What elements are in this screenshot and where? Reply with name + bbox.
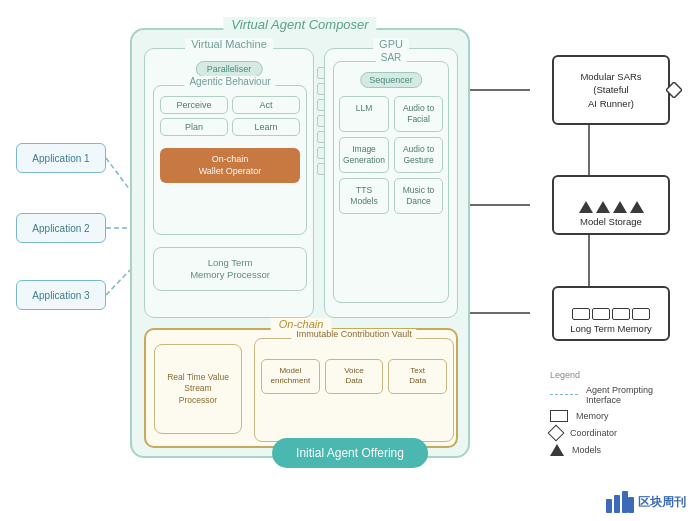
act-btn[interactable]: Act [232, 96, 300, 114]
watermark-text: 区块周刊 [638, 494, 686, 511]
ab-title: Agentic Behaviour [184, 76, 275, 87]
app-box-3: Application 3 [16, 280, 106, 310]
memory-block-1 [572, 308, 590, 320]
icv-text: TextData [388, 359, 447, 394]
modular-sars-text: Modular SARs (Stateful AI Runner) [580, 70, 641, 110]
legend-line-label: Agent PromptingInterface [586, 385, 653, 405]
memory-block-2 [592, 308, 610, 320]
legend-title: Legend [550, 370, 680, 380]
iao-button[interactable]: Initial Agent Offering [272, 438, 428, 468]
model-storage-box: Model Storage [552, 175, 670, 235]
sequencer-badge: Sequencer [360, 72, 422, 88]
icv-box: Immutable Contribution Vault Modelenrich… [254, 338, 454, 442]
app-box-2: Application 2 [16, 213, 106, 243]
sar-grid: LLM Audio toFacial ImageGeneration Audio… [339, 96, 443, 214]
svg-rect-11 [622, 491, 628, 513]
icv-grid: Modelenrichment VoiceData TextData [261, 359, 447, 394]
svg-line-2 [106, 270, 130, 295]
rtvsp-box: Real Time ValueStreamProcessor [154, 344, 242, 434]
legend-line-icon [550, 394, 578, 396]
triangle-2 [596, 201, 610, 213]
sar-title: SAR [376, 52, 407, 63]
learn-btn[interactable]: Learn [232, 118, 300, 136]
watermark-icon [606, 491, 634, 513]
memory-block-4 [632, 308, 650, 320]
svg-marker-8 [666, 82, 682, 98]
legend-item-line: Agent PromptingInterface [550, 385, 680, 405]
legend-rect-icon [550, 410, 568, 422]
diamond-icon [666, 82, 682, 98]
vac-title: Virtual Agent Composer [223, 17, 376, 32]
triangle-1 [579, 201, 593, 213]
legend-diamond-icon [548, 425, 565, 442]
legend-rect-label: Memory [576, 411, 609, 421]
app-label-2: Application 2 [32, 223, 89, 234]
perceive-btn[interactable]: Perceive [160, 96, 228, 114]
model-storage-text: Model Storage [580, 216, 642, 227]
wallet-text: On-chain Wallet Operator [164, 154, 296, 177]
vm-title: Virtual Machine [185, 38, 273, 50]
sar-item-image-gen: ImageGeneration [339, 137, 389, 173]
legend-diamond-label: Coordinator [570, 428, 617, 438]
app-label-1: Application 1 [32, 153, 89, 164]
app-box-1: Application 1 [16, 143, 106, 173]
vac-box: Virtual Agent Composer Virtual Machine P… [130, 28, 470, 458]
modular-sars-box: Modular SARs (Stateful AI Runner) [552, 55, 670, 125]
sar-item-tts: TTSModels [339, 178, 389, 214]
ltm-right-text: Long Term Memory [570, 323, 652, 334]
svg-rect-12 [628, 497, 634, 513]
legend-item-models: Models [550, 444, 680, 456]
triangle-3 [613, 201, 627, 213]
watermark: 区块周刊 [606, 491, 686, 513]
sar-item-music-dance: Music toDance [394, 178, 443, 214]
legend-item-memory: Memory [550, 410, 680, 422]
legend-triangle-label: Models [572, 445, 601, 455]
paralleliser-badge: Paralleliser [196, 61, 263, 77]
rtvsp-text: Real Time ValueStreamProcessor [167, 372, 229, 405]
gpu-box: GPU SAR Sequencer LLM Audio toFacial Ima… [324, 48, 458, 318]
svg-rect-9 [606, 499, 612, 513]
memory-blocks-row [572, 308, 650, 320]
legend-triangle-icon [550, 444, 564, 456]
svg-line-0 [106, 158, 130, 190]
ab-box: Agentic Behaviour Perceive Act Plan Lear… [153, 85, 307, 235]
svg-rect-10 [614, 495, 620, 513]
gpu-title: GPU [373, 38, 409, 50]
app-label-3: Application 3 [32, 290, 89, 301]
plan-btn[interactable]: Plan [160, 118, 228, 136]
memory-block-3 [612, 308, 630, 320]
ltmp-text: Long Term Memory Processor [190, 257, 270, 282]
ltm-right-box: Long Term Memory [552, 286, 670, 341]
sar-item-llm: LLM [339, 96, 389, 132]
icv-voice: VoiceData [325, 359, 384, 394]
legend-item-coordinator: Coordinator [550, 427, 680, 439]
sar-item-audio-gesture: Audio toGesture [394, 137, 443, 173]
icv-title: Immutable Contribution Vault [291, 329, 416, 339]
ab-buttons: Perceive Act Plan Learn [160, 96, 300, 136]
main-container: Application 1 Application 2 Application … [0, 0, 700, 521]
triangle-4 [630, 201, 644, 213]
vm-box: Virtual Machine Paralleliser Agentic Beh… [144, 48, 314, 318]
triangles-row [579, 201, 644, 213]
wallet-box: On-chain Wallet Operator [160, 148, 300, 183]
onchain-box: On-chain Real Time ValueStreamProcessor … [144, 328, 458, 448]
sar-box: SAR Sequencer LLM Audio toFacial ImageGe… [333, 61, 449, 303]
icv-model: Modelenrichment [261, 359, 320, 394]
legend-box: Legend Agent PromptingInterface Memory C… [550, 370, 680, 461]
sar-item-audio-facial: Audio toFacial [394, 96, 443, 132]
ltmp-box: Long Term Memory Processor [153, 247, 307, 291]
